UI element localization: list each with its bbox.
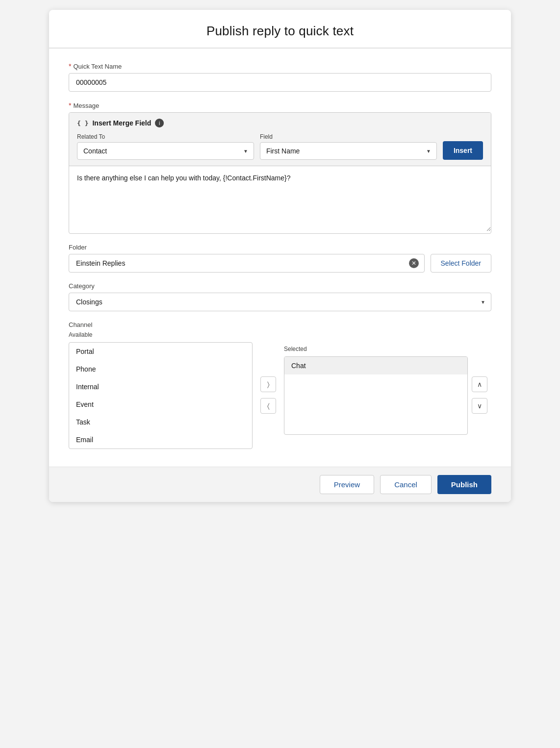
channel-label: Channel [69,321,491,328]
up-down-arrows-container: ∧ ∨ [468,376,491,414]
field-group-select: Field First Name Last Name Email Phone [260,133,437,160]
category-label: Category [69,282,491,290]
merge-field-controls: Related To Contact Case Lead Account [77,133,483,160]
list-item[interactable]: Internal [69,378,252,396]
folder-row: ✕ Select Folder [69,254,491,273]
field-select-wrapper: First Name Last Name Email Phone [260,142,437,160]
move-right-button[interactable]: 〉 [260,376,276,392]
available-list-box: Portal Phone Internal Event Task Email [69,342,253,449]
merge-field-toolbar: { } Insert Merge Field i Related To Cont… [69,113,491,166]
insert-button[interactable]: Insert [443,141,483,160]
info-icon[interactable]: i [155,119,164,127]
list-item[interactable]: Portal [69,343,252,360]
available-label: Available [69,331,253,338]
merge-field-icon: { } [77,120,88,127]
quick-text-name-group: * Quick Text Name [69,62,491,92]
quick-text-name-input[interactable] [69,73,491,92]
channel-group: Channel Available Portal Phone Internal … [69,321,491,449]
message-textarea[interactable]: Is there anything else I can help you wi… [69,166,491,231]
category-group: Category Closings Greetings Follow-up Ot… [69,282,491,311]
related-to-select[interactable]: Contact Case Lead Account [77,142,254,160]
move-up-button[interactable]: ∧ [472,376,487,392]
selected-list-box: Chat [284,356,468,435]
move-down-button[interactable]: ∨ [472,398,487,414]
dual-list-arrows: 〉 〈 [253,376,284,414]
merge-field-title-row: { } Insert Merge Field i [77,119,483,127]
message-outer-box: { } Insert Merge Field i Related To Cont… [69,112,491,234]
related-to-label: Related To [77,133,254,140]
selected-label: Selected [284,346,468,352]
list-item[interactable]: Event [69,396,252,413]
folder-input[interactable] [69,254,425,273]
folder-clear-button[interactable]: ✕ [409,258,419,268]
available-side: Available Portal Phone Internal Event Ta… [69,331,253,449]
list-item[interactable]: Chat [284,357,467,374]
required-star-name: * [69,62,71,70]
folder-input-wrapper: ✕ [69,254,425,273]
folder-group: Folder ✕ Select Folder [69,244,491,273]
modal-header: Publish reply to quick text [49,10,511,48]
modal-title: Publish reply to quick text [69,24,491,39]
required-star-message: * [69,101,71,109]
preview-button[interactable]: Preview [320,475,374,494]
cancel-button[interactable]: Cancel [380,475,432,494]
selected-side: Selected Chat [284,346,468,435]
category-select[interactable]: Closings Greetings Follow-up Other [69,293,491,311]
modal-body: * Quick Text Name * Message { } Insert M… [49,49,511,467]
category-select-wrapper: Closings Greetings Follow-up Other [69,293,491,311]
related-to-select-wrapper: Contact Case Lead Account [77,142,254,160]
related-to-group: Related To Contact Case Lead Account [77,133,254,160]
list-item[interactable]: Email [69,431,252,449]
publish-button[interactable]: Publish [437,475,491,494]
select-folder-button[interactable]: Select Folder [431,254,491,273]
modal-container: Publish reply to quick text * Quick Text… [49,10,511,502]
message-label: * Message [69,101,491,109]
field-label: Field [260,133,437,140]
quick-text-name-label: * Quick Text Name [69,62,491,70]
field-select[interactable]: First Name Last Name Email Phone [260,142,437,160]
modal-footer: Preview Cancel Publish [49,467,511,502]
move-left-button[interactable]: 〈 [260,398,276,414]
folder-label: Folder [69,244,491,251]
list-item[interactable]: Phone [69,360,252,378]
dual-list-container: Available Portal Phone Internal Event Ta… [69,331,491,449]
list-item[interactable]: Task [69,413,252,431]
message-group: * Message { } Insert Merge Field i Relat… [69,101,491,234]
